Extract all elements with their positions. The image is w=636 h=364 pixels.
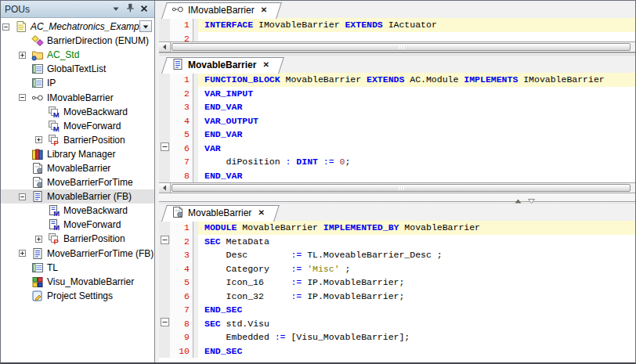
scroll-thumb[interactable] [172, 43, 631, 51]
fold-margin [159, 262, 170, 276]
code-token: Icon_32 [204, 290, 291, 304]
code-token: SEC [204, 317, 221, 331]
line-number: 5 [170, 276, 193, 290]
code-line[interactable]: 1FUNCTION_BLOCK MovableBarrier EXTENDS A… [159, 73, 635, 87]
code-fold-minus-icon[interactable] [161, 317, 169, 331]
tree-item-imovablebarrier[interactable]: IMovableBarrier [1, 90, 154, 104]
tab-imovablebarrier[interactable]: IMovableBarrier✕ [167, 2, 276, 18]
tree-item-ac-mechatronics-example[interactable]: AC_Mechatronics_Example [1, 20, 154, 34]
tree-item-barrierposition[interactable]: PBarrierPosition [1, 133, 154, 147]
code-line[interactable]: 2SEC MetaData [159, 235, 635, 249]
tab-movablebarrier[interactable]: MovableBarrier✕ [167, 205, 274, 221]
tree-item-movebarrierfortime[interactable]: MoveBarrierForTime [1, 175, 154, 189]
fold-margin [159, 317, 170, 331]
textlist-icon [31, 77, 44, 89]
tree-item-project-settings[interactable]: Project Settings [1, 289, 154, 303]
tree-item-label: BarrierPosition [63, 233, 128, 244]
tab-close-icon[interactable]: ✕ [261, 6, 267, 14]
combo-dropdown-button[interactable] [139, 20, 152, 32]
tree-item-label: GlobalTextList [47, 63, 109, 74]
code-token: IMPLEMENTED_BY [323, 221, 399, 235]
tree-expander-minus-icon[interactable] [19, 193, 31, 200]
fold-margin [159, 290, 170, 304]
code-line[interactable]: 8END_VAR [159, 169, 635, 183]
code-editor[interactable]: 1FUNCTION_BLOCK MovableBarrier EXTENDS A… [159, 73, 635, 182]
tree-expander-plus-icon[interactable] [19, 250, 31, 257]
line-number: 1 [170, 18, 193, 32]
h-scrollbar[interactable] [159, 41, 635, 52]
tree-item-library-manager[interactable]: Library Manager [1, 147, 154, 161]
tree-expander-minus-icon[interactable] [2, 23, 15, 31]
code-text: SEC std.Visu [198, 317, 635, 331]
tab-close-icon[interactable]: ✕ [258, 209, 264, 217]
tree-item-movablebarrier[interactable]: MovableBarrier [1, 161, 154, 175]
code-token: IP.MovableBarrier; [307, 276, 404, 290]
tree-expander-plus-icon[interactable] [19, 52, 31, 59]
tree-item-moveforward[interactable]: MMoveForward [1, 119, 154, 133]
tree-item-ac-std[interactable]: AC_Std [1, 48, 154, 62]
panel-pin-button[interactable] [124, 3, 136, 16]
tree-item-movebackward[interactable]: MMoveBackward [1, 204, 154, 218]
code-text: END_VAR [198, 100, 635, 114]
panel-menu-button[interactable] [110, 3, 122, 16]
code-line[interactable]: 4VAR_OUTPUT [159, 114, 635, 128]
code-line[interactable]: 4 Category := 'Misc' ; [159, 262, 635, 276]
tree-item-barrierposition[interactable]: PBarrierPosition [1, 232, 154, 246]
tab-close-icon[interactable]: ✕ [262, 61, 269, 69]
tree-item-barrierdirection-enum[interactable]: BarrierDirection (ENUM) [1, 34, 154, 48]
module-icon [31, 176, 44, 189]
tree-item-movablebarrier-fb[interactable]: MovableBarrier (FB) [1, 189, 154, 204]
tree-item-moveforward[interactable]: MMoveForward [1, 218, 154, 232]
code-line[interactable]: 10END_SEC [159, 344, 635, 359]
code-token: SEC [204, 235, 221, 249]
fold-margin [159, 18, 170, 32]
fold-margin [159, 73, 170, 87]
h-scrollbar[interactable] [159, 182, 635, 193]
tree-item-label: MoveForward [63, 219, 124, 230]
tree-item-globaltextlist[interactable]: GlobalTextList [1, 62, 154, 76]
tree-item-ip[interactable]: IP [1, 76, 154, 90]
itf-prop-icon: P [48, 134, 60, 146]
code-line[interactable]: 1MODULE MovableBarrier IMPLEMENTED_BY Mo… [159, 221, 635, 235]
code-line[interactable]: 1INTERFACE IMovableBarrier EXTENDS IActu… [159, 18, 635, 32]
fold-margin [159, 155, 170, 169]
code-line[interactable]: 9 Embedded := [Visu_MovableBarrier]; [159, 330, 635, 344]
tree-item-movebackward[interactable]: MMoveBackward [1, 105, 154, 119]
tree-item-label: BarrierPosition [63, 135, 128, 146]
code-text [198, 32, 635, 42]
code-token: END_VAR [204, 128, 242, 142]
code-editor[interactable]: 1MODULE MovableBarrier IMPLEMENTED_BY Mo… [159, 221, 635, 362]
code-line[interactable]: 3 Desc := TL.MoveableBarrier_Desc ; [159, 248, 635, 262]
tree-item-movebarrierfortime-fb[interactable]: MoveBarrierForTime (FB) [1, 247, 154, 261]
code-line[interactable]: 7 diPosition : DINT := 0; [159, 155, 635, 169]
tree-expander-plus-icon[interactable] [35, 236, 48, 243]
tree-expander-minus-icon[interactable] [19, 94, 31, 101]
panel-close-button[interactable] [138, 3, 150, 16]
scroll-left-arrow[interactable] [159, 183, 171, 193]
code-line[interactable]: 5END_VAR [159, 128, 635, 142]
code-line[interactable]: 5 Icon_16 := IP.MovableBarrier; [159, 276, 635, 290]
tree-item-label: Visu_MovableBarrier [47, 276, 137, 287]
code-line[interactable]: 3END_VAR [159, 100, 635, 114]
fb-icon [31, 247, 44, 260]
code-line[interactable]: 2VAR_INPUT [159, 87, 635, 101]
fold-margin [159, 169, 170, 183]
tree-expander-plus-icon[interactable] [35, 136, 48, 143]
scroll-left-arrow[interactable] [159, 42, 171, 52]
code-token: VAR_OUTPUT [204, 114, 258, 128]
code-line[interactable]: 6 Icon_32 := IP.MovableBarrier; [159, 290, 635, 304]
visu-icon [31, 276, 44, 288]
code-token: := [291, 248, 307, 262]
code-fold-minus-icon[interactable] [161, 142, 169, 156]
tab-movablebarrier[interactable]: MovableBarrier✕ [167, 57, 279, 73]
code-fold-minus-icon[interactable] [161, 235, 169, 249]
code-line[interactable]: 6VAR [159, 142, 635, 156]
tree-item-tl[interactable]: TL [1, 261, 154, 275]
code-editor[interactable]: 1INTERFACE IMovableBarrier EXTENDS IActu… [159, 18, 635, 41]
scroll-thumb[interactable] [172, 184, 631, 192]
code-line[interactable]: 8SEC std.Visu [159, 317, 635, 331]
code-line[interactable]: 2 [159, 32, 635, 42]
code-line[interactable]: 7END_SEC [159, 303, 635, 317]
tree-item-visu-movablebarrier[interactable]: Visu_MovableBarrier [1, 275, 154, 289]
fb-method-icon: M [48, 218, 60, 231]
